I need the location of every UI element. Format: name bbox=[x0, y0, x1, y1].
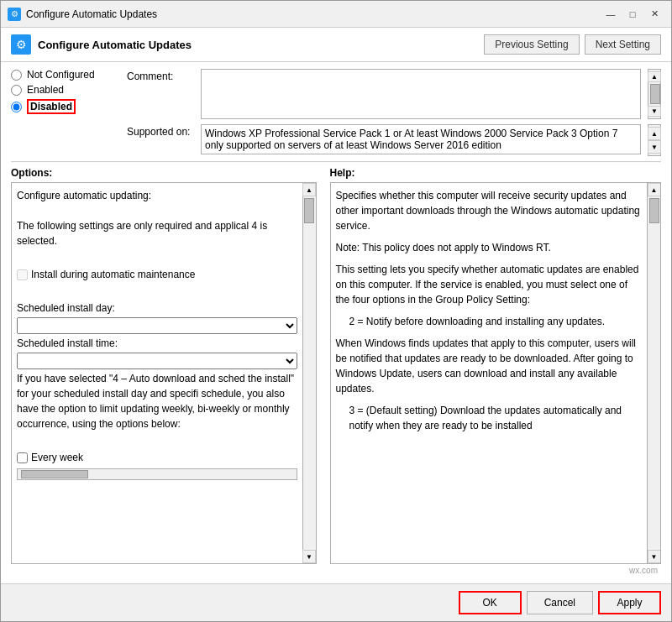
not-configured-option[interactable]: Not Configured bbox=[11, 69, 120, 81]
help-panel: Help: Specifies whether this computer wi… bbox=[323, 167, 661, 564]
dialog-icon: ⚙ bbox=[11, 34, 31, 55]
options-help-section: Options: Configure automatic updating: T… bbox=[11, 161, 661, 564]
help-scroll-track bbox=[648, 196, 660, 550]
options-scroll-track bbox=[303, 196, 316, 550]
help-p1: Specifies whether this computer will rec… bbox=[336, 188, 642, 233]
radio-section: Not Configured Enabled Disabled bbox=[11, 69, 120, 151]
close-button[interactable]: ✕ bbox=[644, 5, 664, 24]
window-title: Configure Automatic Updates bbox=[26, 8, 157, 20]
help-p3: This setting lets you specify whether au… bbox=[336, 262, 642, 307]
help-p5: When Windows finds updates that apply to… bbox=[336, 336, 642, 396]
watermark: wx.com bbox=[11, 564, 661, 577]
disabled-label: Disabled bbox=[27, 99, 76, 114]
window-icon: ⚙ bbox=[8, 8, 21, 21]
minimize-button[interactable]: — bbox=[601, 5, 621, 24]
scheduled-time-select[interactable] bbox=[17, 353, 297, 369]
scheduled-day-select[interactable] bbox=[17, 317, 297, 334]
help-p6: 3 = (Default setting) Download the updat… bbox=[336, 403, 642, 433]
dialog-title: Configure Automatic Updates bbox=[38, 39, 192, 51]
help-box: Specifies whether this computer will rec… bbox=[330, 182, 661, 564]
window: ⚙ Configure Automatic Updates — □ ✕ ⚙ Co… bbox=[0, 0, 672, 622]
enabled-option[interactable]: Enabled bbox=[11, 84, 120, 96]
every-week-label: Every week bbox=[31, 450, 83, 465]
ok-button[interactable]: OK bbox=[459, 591, 522, 614]
title-bar-left: ⚙ Configure Automatic Updates bbox=[8, 8, 157, 21]
help-title: Help: bbox=[330, 167, 661, 179]
title-bar-controls: — □ ✕ bbox=[601, 5, 664, 24]
options-scroll-thumb bbox=[304, 198, 314, 223]
disabled-option[interactable]: Disabled bbox=[11, 99, 120, 114]
supported-scroll-up[interactable]: ▲ bbox=[648, 127, 661, 140]
enabled-radio[interactable] bbox=[11, 85, 22, 96]
install-maintenance-checkbox[interactable] bbox=[17, 269, 28, 280]
supported-box: Windows XP Professional Service Pack 1 o… bbox=[201, 124, 641, 154]
right-comment-supported: Comment: ▲ ▼ Supported on: Windows XP Pr… bbox=[127, 69, 661, 156]
configure-label: Configure automatic updating: bbox=[17, 188, 297, 203]
comment-textarea[interactable] bbox=[201, 69, 641, 119]
options-h-scrollbar bbox=[17, 468, 297, 480]
scroll-down-arrow[interactable]: ▼ bbox=[648, 106, 661, 117]
apply-button[interactable]: Apply bbox=[598, 591, 661, 614]
options-content: Configure automatic updating: The follow… bbox=[12, 183, 302, 563]
comment-row: Comment: ▲ ▼ bbox=[127, 69, 661, 119]
not-configured-radio[interactable] bbox=[11, 70, 22, 81]
scheduled-time-label: Scheduled install time: bbox=[17, 336, 297, 351]
next-setting-button[interactable]: Next Setting bbox=[585, 34, 661, 55]
help-p2: Note: This policy does not apply to Wind… bbox=[336, 240, 642, 255]
options-panel: Options: Configure automatic updating: T… bbox=[11, 167, 323, 564]
enabled-label: Enabled bbox=[27, 84, 64, 96]
help-content: Specifies whether this computer will rec… bbox=[331, 183, 647, 563]
h-scroll-thumb bbox=[21, 470, 88, 478]
following-text: The following settings are only required… bbox=[17, 218, 297, 248]
supported-text: Windows XP Professional Service Pack 1 o… bbox=[205, 128, 637, 151]
help-scroll-thumb bbox=[649, 198, 659, 223]
scroll-up-arrow[interactable]: ▲ bbox=[648, 71, 661, 82]
every-week-item: Every week bbox=[17, 450, 297, 465]
supported-row: Supported on: Windows XP Professional Se… bbox=[127, 124, 661, 156]
content-area: Not Configured Enabled Disabled Comment: bbox=[1, 62, 671, 583]
options-scroll-up[interactable]: ▲ bbox=[302, 183, 316, 196]
top-section: Not Configured Enabled Disabled Comment: bbox=[11, 69, 661, 156]
scroll-thumb bbox=[650, 84, 660, 104]
previous-setting-button[interactable]: Previous Setting bbox=[484, 34, 579, 55]
disabled-radio[interactable] bbox=[11, 102, 22, 112]
options-scroll-down[interactable]: ▼ bbox=[302, 550, 316, 563]
cancel-button[interactable]: Cancel bbox=[527, 591, 593, 614]
comment-scrollbar: ▲ ▼ bbox=[648, 69, 661, 119]
footer: OK Cancel Apply bbox=[1, 583, 671, 621]
not-configured-label: Not Configured bbox=[27, 69, 95, 81]
every-week-checkbox[interactable] bbox=[17, 452, 28, 463]
scheduled-day-label: Scheduled install day: bbox=[17, 301, 297, 316]
install-maintenance-item: Install during automatic maintenance bbox=[17, 267, 297, 282]
maximize-button[interactable]: □ bbox=[622, 5, 643, 24]
title-bar: ⚙ Configure Automatic Updates — □ ✕ bbox=[1, 1, 671, 28]
comment-label: Comment: bbox=[127, 69, 194, 82]
options-box: Configure automatic updating: The follow… bbox=[11, 182, 317, 564]
help-scroll-up[interactable]: ▲ bbox=[648, 183, 661, 196]
install-maintenance-label: Install during automatic maintenance bbox=[31, 267, 195, 282]
supported-label: Supported on: bbox=[127, 124, 194, 138]
auto-download-text: If you have selected "4 – Auto download … bbox=[17, 371, 297, 431]
dialog-header: ⚙ Configure Automatic Updates Previous S… bbox=[1, 28, 671, 62]
dialog-header-left: ⚙ Configure Automatic Updates bbox=[11, 34, 192, 55]
nav-buttons: Previous Setting Next Setting bbox=[484, 34, 661, 55]
options-scrollbar: ▲ ▼ bbox=[302, 183, 316, 563]
supported-scrollbar: ▲ ▼ bbox=[648, 124, 661, 156]
help-scroll-down[interactable]: ▼ bbox=[648, 550, 661, 563]
supported-scroll-down[interactable]: ▼ bbox=[648, 140, 661, 154]
help-p4: 2 = Notify before downloading and instal… bbox=[336, 314, 642, 329]
options-title: Options: bbox=[11, 167, 317, 179]
help-scrollbar: ▲ ▼ bbox=[647, 183, 660, 563]
